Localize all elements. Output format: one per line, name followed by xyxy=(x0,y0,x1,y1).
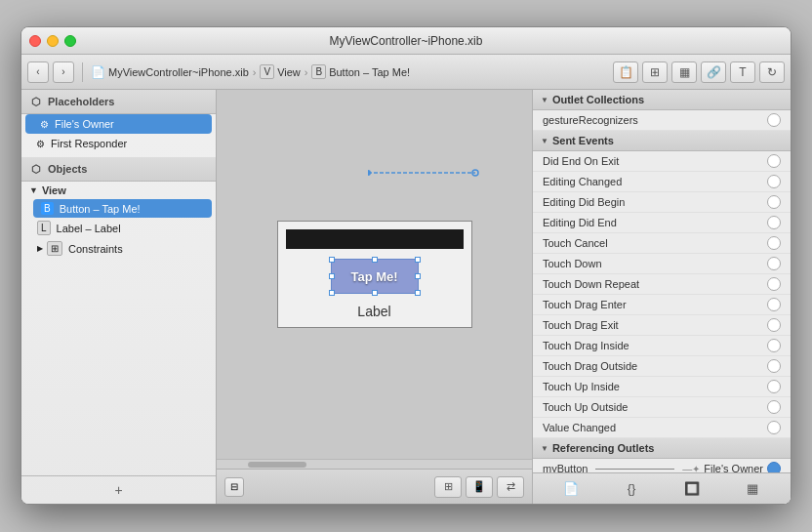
close-button[interactable] xyxy=(29,35,41,47)
breadcrumb-item-1[interactable]: 📄 MyViewController~iPhone.xib xyxy=(91,65,249,79)
rp-code-btn[interactable]: {} xyxy=(621,478,642,500)
maximize-button[interactable] xyxy=(64,35,76,47)
breadcrumb-sep-1: › xyxy=(253,66,257,78)
outlet-connector-line xyxy=(595,469,674,470)
gesture-circle-btn[interactable] xyxy=(767,113,781,127)
first-responder-item[interactable]: ⚙ First Responder xyxy=(21,134,216,153)
tap-me-button[interactable]: Tap Me! xyxy=(331,259,419,294)
toolbar-layout-icon[interactable]: ⊞ xyxy=(642,61,668,83)
event-circle-8[interactable] xyxy=(767,318,781,332)
layout-action-button[interactable]: ⊞ xyxy=(434,476,462,498)
button-container: Tap Me! xyxy=(331,259,419,294)
left-panel: ⬡ Placeholders ⚙ File's Owner ⚙ First Re… xyxy=(21,90,217,504)
event-row-12: Touch Up Outside xyxy=(533,397,791,418)
label-item[interactable]: L Label – Label xyxy=(29,218,216,238)
scrollbar-h-thumb[interactable] xyxy=(248,462,306,468)
objects-header: ⬡ Objects xyxy=(21,157,216,182)
my-button-outlet-row: myButton —✦ File's Owner xyxy=(533,459,791,472)
event-row-4: Touch Cancel xyxy=(533,233,791,254)
minimize-button[interactable] xyxy=(47,35,59,47)
event-row-11: Touch Up Inside xyxy=(533,377,791,397)
breadcrumb-item-3[interactable]: B Button – Tap Me! xyxy=(311,64,410,79)
event-circle-0[interactable] xyxy=(767,154,781,168)
svg-point-2 xyxy=(472,170,478,176)
handle-bc[interactable] xyxy=(372,290,378,296)
device-action-button[interactable]: 📱 xyxy=(466,476,493,498)
event-row-10: Touch Drag Outside xyxy=(533,356,791,377)
outlet-arrow: —✦ xyxy=(682,464,700,473)
button-item[interactable]: B Button – Tap Me! xyxy=(33,199,212,218)
view-group[interactable]: ▼ View xyxy=(21,182,216,199)
collapse-triangle: ▼ xyxy=(541,96,548,104)
toolbar-right: 📋 ⊞ ▦ 🔗 T ↻ xyxy=(613,61,785,83)
nav-back-button[interactable]: ‹ xyxy=(27,61,49,83)
rp-grid-btn[interactable]: ▦ xyxy=(742,478,763,500)
constraints-item[interactable]: ▶ ⊞ Constraints xyxy=(29,238,216,259)
referencing-outlets-header[interactable]: ▼ Referencing Outlets xyxy=(533,438,791,459)
toolbar-grid-icon[interactable]: ▦ xyxy=(671,61,697,83)
objects-icon: ⬡ xyxy=(29,162,43,176)
event-circle-6[interactable] xyxy=(767,277,781,291)
nav-forward-button[interactable]: › xyxy=(53,61,74,83)
right-panel: ▼ Outlet Collections gestureRecognizers … xyxy=(532,90,791,504)
orientation-action-button[interactable]: ⇄ xyxy=(497,476,524,498)
event-row-9: Touch Drag Inside xyxy=(533,336,791,356)
view-children: B Button – Tap Me! L Label – Label ▶ ⊞ C… xyxy=(21,199,216,259)
add-object-button[interactable]: + xyxy=(109,480,129,500)
handle-tr[interactable] xyxy=(415,257,421,263)
center-panel: Tap Me! xyxy=(217,90,532,504)
event-row-0: Did End On Exit xyxy=(533,151,791,172)
zoom-button[interactable]: ⊟ xyxy=(224,477,244,497)
gesture-recognizers-row: gestureRecognizers xyxy=(533,110,791,131)
main-content: ⬡ Placeholders ⚙ File's Owner ⚙ First Re… xyxy=(21,90,791,504)
titlebar: MyViewController~iPhone.xib xyxy=(21,27,791,55)
rp-layout-btn[interactable]: 🔲 xyxy=(681,478,703,500)
sent-events-header[interactable]: ▼ Sent Events xyxy=(533,131,791,151)
handle-bl[interactable] xyxy=(329,290,335,296)
phone-status-bar xyxy=(286,229,464,249)
event-row-1: Editing Changed xyxy=(533,172,791,192)
breadcrumb-item-2[interactable]: V View xyxy=(260,64,300,79)
event-circle-10[interactable] xyxy=(767,359,781,373)
handle-tc[interactable] xyxy=(372,257,378,263)
event-circle-2[interactable] xyxy=(767,195,781,209)
handle-br[interactable] xyxy=(415,290,421,296)
main-window: MyViewController~iPhone.xib ‹ › 📄 MyView… xyxy=(20,26,792,505)
event-circle-11[interactable] xyxy=(767,380,781,393)
ref-outlets-triangle: ▼ xyxy=(541,444,548,453)
event-circle-7[interactable] xyxy=(767,298,781,311)
outlet-filled-circle[interactable] xyxy=(767,462,781,472)
toolbar-link-icon[interactable]: 🔗 xyxy=(701,61,726,83)
right-panel-bottom: 📄 {} 🔲 ▦ xyxy=(533,472,791,504)
files-owner-item[interactable]: ⚙ File's Owner xyxy=(25,114,212,134)
toolbar-refresh-icon[interactable]: ↻ xyxy=(759,61,785,83)
handle-tl[interactable] xyxy=(329,257,335,263)
toolbar-doc-icon[interactable]: 📋 xyxy=(613,61,638,83)
event-circle-13[interactable] xyxy=(767,421,781,434)
outlet-collections-header[interactable]: ▼ Outlet Collections xyxy=(533,90,791,110)
connection-line xyxy=(368,158,485,187)
event-row-8: Touch Drag Exit xyxy=(533,315,791,336)
objects-section: ⬡ Objects ▼ View B Button – Tap Me! L La… xyxy=(21,157,216,259)
event-circle-5[interactable] xyxy=(767,257,781,270)
event-circle-12[interactable] xyxy=(767,400,781,414)
sent-events-triangle: ▼ xyxy=(541,137,548,145)
files-owner-icon: ⚙ xyxy=(37,117,51,131)
rp-doc-btn[interactable]: 📄 xyxy=(560,478,582,500)
placeholders-header: ⬡ Placeholders xyxy=(21,90,216,114)
breadcrumb: 📄 MyViewController~iPhone.xib › V View ›… xyxy=(91,64,410,79)
toolbar-font-icon[interactable]: T xyxy=(730,61,755,83)
event-row-2: Editing Did Begin xyxy=(533,192,791,213)
event-circle-4[interactable] xyxy=(767,236,781,250)
event-circle-3[interactable] xyxy=(767,216,781,229)
right-panel-content: ▼ Outlet Collections gestureRecognizers … xyxy=(533,90,791,472)
handle-mr[interactable] xyxy=(415,273,421,279)
horizontal-scrollbar[interactable] xyxy=(217,459,532,469)
svg-point-1 xyxy=(368,170,371,176)
left-panel-bottom: + xyxy=(21,475,216,504)
handle-ml[interactable] xyxy=(329,273,335,279)
event-circle-1[interactable] xyxy=(767,175,781,188)
phone-canvas: Tap Me! xyxy=(277,221,472,328)
window-title: MyViewController~iPhone.xib xyxy=(330,34,483,48)
event-circle-9[interactable] xyxy=(767,339,781,352)
